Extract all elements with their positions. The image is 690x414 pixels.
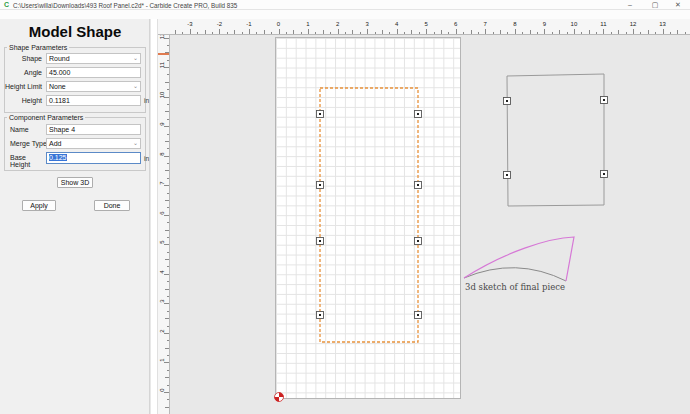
minimize-button[interactable]: – [622, 0, 638, 10]
ruler-tick [167, 207, 170, 208]
ruler-tick [167, 74, 170, 75]
ruler-tick [167, 296, 170, 297]
ruler-tick [338, 29, 339, 34]
ruler-tick [167, 148, 170, 149]
done-button[interactable]: Done [94, 200, 130, 211]
ruler-label: 11 [159, 60, 165, 70]
chevron-down-icon: ⌄ [133, 139, 138, 147]
ruler-tick [165, 170, 169, 171]
ruler-tick [500, 30, 501, 34]
ruler-label: 8 [513, 21, 516, 27]
merge-type-label: Merge Type [10, 140, 48, 147]
name-value: Shape 4 [49, 126, 75, 133]
ruler-tick [167, 252, 170, 253]
ruler-tick [165, 377, 169, 378]
ruler-tick [677, 30, 678, 34]
ruler-tick [167, 134, 170, 135]
height-unit: in [144, 97, 149, 104]
ruler-tick [655, 32, 656, 35]
ruler-tick [165, 348, 169, 349]
height-input[interactable]: 0.1181 [46, 95, 141, 106]
ruler-tick [167, 266, 170, 267]
angle-value: 45.000 [49, 69, 70, 76]
ruler-tick [493, 32, 494, 35]
ruler-tick [205, 30, 206, 34]
ruler-tick [397, 29, 398, 34]
height-limit-label: Height Limit [4, 83, 42, 90]
ruler-tick [227, 32, 228, 35]
ruler-tick [165, 230, 169, 231]
ruler-label: 4 [159, 267, 165, 277]
ruler-tick [426, 29, 427, 34]
ruler-tick [234, 30, 235, 34]
ruler-label: -1 [246, 21, 251, 27]
ruler-tick [165, 111, 169, 112]
ruler-tick [626, 32, 627, 35]
close-button[interactable]: ✕ [670, 0, 686, 10]
model-shape-panel: Model Shape Shape Parameters Shape Round… [0, 19, 150, 414]
ruler-tick [165, 141, 169, 142]
window-title: C:\Users\willa\Downloads\493 Roof Panel.… [13, 2, 237, 9]
name-label: Name [10, 126, 48, 133]
ruler-tick [264, 30, 265, 34]
ruler-tick [167, 340, 170, 341]
ruler-label: 5 [159, 237, 165, 247]
height-limit-select[interactable]: None ⌄ [46, 81, 141, 92]
stock-grid-area[interactable] [275, 37, 461, 399]
ruler-label: 10 [571, 21, 578, 27]
ruler-tick [567, 32, 568, 35]
ruler-tick [167, 193, 170, 194]
merge-type-value: Add [49, 140, 61, 147]
ruler-tick [175, 30, 176, 34]
ruler-tick [360, 32, 361, 35]
shape-value: Round [49, 55, 70, 62]
menu-bar: FileEditLibraryViewHelp [0, 10, 690, 19]
ruler-tick [167, 178, 170, 179]
ruler-label: 2 [159, 326, 165, 336]
panel-scrollbar[interactable] [151, 19, 158, 414]
ruler-tick [507, 32, 508, 35]
ruler-tick [456, 29, 457, 34]
ruler-tick [330, 32, 331, 35]
merge-type-select[interactable]: Add ⌄ [46, 138, 141, 149]
ruler-tick [167, 385, 170, 386]
ruler-label: 2 [336, 21, 339, 27]
angle-input[interactable]: 45.000 [46, 67, 141, 78]
cursor-position-marker-y [158, 53, 170, 55]
ruler-label: 0 [277, 21, 280, 27]
ruler-label: 1 [306, 21, 309, 27]
ruler-label: 8 [159, 149, 165, 159]
ruler-tick [589, 30, 590, 34]
ruler-label: 11 [600, 21, 606, 27]
ruler-tick [596, 32, 597, 35]
ruler-label: -2 [217, 21, 222, 27]
ruler-tick [167, 237, 170, 238]
maximize-button[interactable]: ▢ [647, 0, 663, 10]
name-input[interactable]: Shape 4 [46, 124, 141, 135]
ruler-tick [165, 82, 169, 83]
ruler-tick [471, 30, 472, 34]
horizontal-ruler: -3-2-1012345678910111213 [170, 19, 690, 35]
base-height-value: 0.125 [49, 154, 67, 161]
ruler-tick [530, 30, 531, 34]
ruler-tick [286, 32, 287, 35]
ruler-tick [574, 29, 575, 34]
ruler-tick [441, 30, 442, 34]
vertical-ruler: 1211109876543210 [158, 35, 170, 414]
ruler-tick [167, 222, 170, 223]
panel-title: Model Shape [0, 23, 150, 40]
ruler-tick [271, 32, 272, 35]
apply-button[interactable]: Apply [22, 200, 56, 211]
ruler-tick [167, 89, 170, 90]
chevron-down-icon: ⌄ [133, 54, 138, 62]
ruler-tick [167, 326, 170, 327]
ruler-label: 9 [543, 21, 546, 27]
ruler-tick [167, 163, 170, 164]
ruler-tick [345, 32, 346, 35]
show-3d-button[interactable]: Show 3D [57, 177, 93, 188]
ruler-label: 7 [484, 21, 487, 27]
ruler-tick [367, 29, 368, 34]
base-height-input[interactable]: 0.125 [46, 152, 141, 164]
shape-select[interactable]: Round ⌄ [46, 53, 141, 64]
ruler-tick [603, 29, 604, 34]
